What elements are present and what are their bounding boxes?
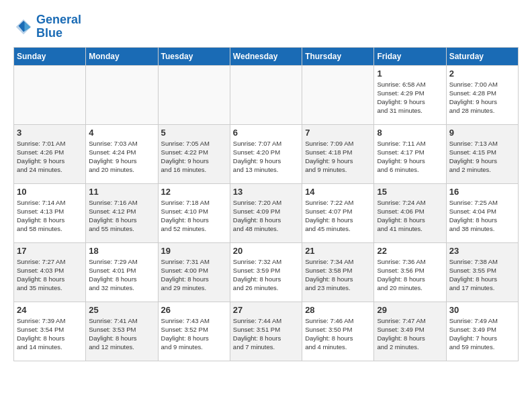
calendar-cell: 30Sunrise: 7:49 AM Sunset: 3:49 PM Dayli…: [446, 302, 518, 361]
day-number: 7: [305, 128, 371, 138]
calendar-cell: 12Sunrise: 7:18 AM Sunset: 4:10 PM Dayli…: [158, 183, 230, 242]
day-number: 1: [377, 68, 443, 79]
day-number: 14: [305, 187, 371, 197]
calendar-cell: 9Sunrise: 7:13 AM Sunset: 4:15 PM Daylig…: [446, 124, 518, 183]
day-number: 5: [161, 128, 227, 138]
calendar-cell: 24Sunrise: 7:39 AM Sunset: 3:54 PM Dayli…: [14, 302, 86, 361]
cell-info: Sunrise: 7:14 AM Sunset: 4:13 PM Dayligh…: [17, 198, 83, 234]
calendar-week-row: 10Sunrise: 7:14 AM Sunset: 4:13 PM Dayli…: [14, 183, 519, 242]
calendar-cell: 18Sunrise: 7:29 AM Sunset: 4:01 PM Dayli…: [86, 242, 158, 302]
day-number: 9: [449, 128, 515, 138]
day-number: 26: [161, 305, 227, 315]
calendar-cell: 1Sunrise: 6:58 AM Sunset: 4:29 PM Daylig…: [374, 65, 446, 124]
cell-info: Sunrise: 7:00 AM Sunset: 4:28 PM Dayligh…: [449, 80, 515, 116]
cell-info: Sunrise: 7:22 AM Sunset: 4:07 PM Dayligh…: [305, 198, 371, 234]
calendar-cell: [230, 65, 302, 124]
calendar-week-row: 17Sunrise: 7:27 AM Sunset: 4:03 PM Dayli…: [14, 242, 519, 302]
cell-info: Sunrise: 7:47 AM Sunset: 3:49 PM Dayligh…: [377, 316, 443, 352]
calendar-cell: [14, 65, 86, 124]
cell-info: Sunrise: 7:36 AM Sunset: 3:56 PM Dayligh…: [377, 257, 443, 293]
col-header-tuesday: Tuesday: [158, 47, 230, 65]
cell-info: Sunrise: 7:31 AM Sunset: 4:00 PM Dayligh…: [161, 257, 227, 293]
day-number: 30: [449, 305, 515, 315]
calendar-cell: 15Sunrise: 7:24 AM Sunset: 4:06 PM Dayli…: [374, 183, 446, 242]
calendar-table: SundayMondayTuesdayWednesdayThursdayFrid…: [13, 47, 519, 361]
day-number: 3: [17, 128, 83, 138]
cell-info: Sunrise: 7:43 AM Sunset: 3:52 PM Dayligh…: [161, 316, 227, 352]
logo-icon: [13, 17, 34, 37]
calendar-header-row: SundayMondayTuesdayWednesdayThursdayFrid…: [14, 47, 519, 65]
col-header-thursday: Thursday: [302, 47, 374, 65]
cell-info: Sunrise: 7:25 AM Sunset: 4:04 PM Dayligh…: [449, 198, 515, 234]
col-header-saturday: Saturday: [446, 47, 518, 65]
day-number: 18: [89, 246, 154, 256]
cell-info: Sunrise: 7:18 AM Sunset: 4:10 PM Dayligh…: [161, 198, 227, 234]
calendar-cell: [86, 65, 158, 124]
calendar-cell: 22Sunrise: 7:36 AM Sunset: 3:56 PM Dayli…: [374, 242, 446, 302]
calendar-cell: 8Sunrise: 7:11 AM Sunset: 4:17 PM Daylig…: [374, 124, 446, 183]
cell-info: Sunrise: 7:11 AM Sunset: 4:17 PM Dayligh…: [377, 139, 443, 175]
day-number: 19: [161, 246, 227, 256]
calendar-cell: 25Sunrise: 7:41 AM Sunset: 3:53 PM Dayli…: [86, 302, 158, 361]
day-number: 2: [449, 68, 515, 79]
col-header-friday: Friday: [374, 47, 446, 65]
day-number: 29: [377, 305, 443, 315]
calendar-cell: 16Sunrise: 7:25 AM Sunset: 4:04 PM Dayli…: [446, 183, 518, 242]
day-number: 16: [449, 187, 515, 197]
calendar-cell: 14Sunrise: 7:22 AM Sunset: 4:07 PM Dayli…: [302, 183, 374, 242]
cell-info: Sunrise: 7:46 AM Sunset: 3:50 PM Dayligh…: [305, 316, 371, 352]
cell-info: Sunrise: 6:58 AM Sunset: 4:29 PM Dayligh…: [377, 80, 443, 116]
day-number: 23: [449, 246, 515, 256]
calendar-cell: 5Sunrise: 7:05 AM Sunset: 4:22 PM Daylig…: [158, 124, 230, 183]
day-number: 10: [17, 187, 83, 197]
page-header: General Blue: [13, 13, 519, 40]
calendar-cell: 4Sunrise: 7:03 AM Sunset: 4:24 PM Daylig…: [86, 124, 158, 183]
calendar-cell: 3Sunrise: 7:01 AM Sunset: 4:26 PM Daylig…: [14, 124, 86, 183]
cell-info: Sunrise: 7:27 AM Sunset: 4:03 PM Dayligh…: [17, 257, 83, 293]
cell-info: Sunrise: 7:03 AM Sunset: 4:24 PM Dayligh…: [89, 139, 154, 175]
calendar-cell: 26Sunrise: 7:43 AM Sunset: 3:52 PM Dayli…: [158, 302, 230, 361]
calendar-cell: 21Sunrise: 7:34 AM Sunset: 3:58 PM Dayli…: [302, 242, 374, 302]
col-header-sunday: Sunday: [14, 47, 86, 65]
cell-info: Sunrise: 7:34 AM Sunset: 3:58 PM Dayligh…: [305, 257, 371, 293]
calendar-cell: 23Sunrise: 7:38 AM Sunset: 3:55 PM Dayli…: [446, 242, 518, 302]
day-number: 27: [233, 305, 299, 315]
cell-info: Sunrise: 7:49 AM Sunset: 3:49 PM Dayligh…: [449, 316, 515, 352]
day-number: 20: [233, 246, 299, 256]
cell-info: Sunrise: 7:16 AM Sunset: 4:12 PM Dayligh…: [89, 198, 154, 234]
calendar-cell: 27Sunrise: 7:44 AM Sunset: 3:51 PM Dayli…: [230, 302, 302, 361]
calendar-week-row: 1Sunrise: 6:58 AM Sunset: 4:29 PM Daylig…: [14, 65, 519, 124]
day-number: 8: [377, 128, 443, 138]
day-number: 6: [233, 128, 299, 138]
cell-info: Sunrise: 7:20 AM Sunset: 4:09 PM Dayligh…: [233, 198, 299, 234]
cell-info: Sunrise: 7:24 AM Sunset: 4:06 PM Dayligh…: [377, 198, 443, 234]
cell-info: Sunrise: 7:41 AM Sunset: 3:53 PM Dayligh…: [89, 316, 154, 352]
day-number: 12: [161, 187, 227, 197]
cell-info: Sunrise: 7:07 AM Sunset: 4:20 PM Dayligh…: [233, 139, 299, 175]
cell-info: Sunrise: 7:29 AM Sunset: 4:01 PM Dayligh…: [89, 257, 154, 293]
cell-info: Sunrise: 7:01 AM Sunset: 4:26 PM Dayligh…: [17, 139, 83, 175]
calendar-cell: 28Sunrise: 7:46 AM Sunset: 3:50 PM Dayli…: [302, 302, 374, 361]
calendar-cell: 17Sunrise: 7:27 AM Sunset: 4:03 PM Dayli…: [14, 242, 86, 302]
calendar-cell: 7Sunrise: 7:09 AM Sunset: 4:18 PM Daylig…: [302, 124, 374, 183]
calendar-cell: [158, 65, 230, 124]
calendar-week-row: 24Sunrise: 7:39 AM Sunset: 3:54 PM Dayli…: [14, 302, 519, 361]
logo-text-line2: Blue: [36, 27, 81, 40]
day-number: 13: [233, 187, 299, 197]
calendar-cell: 29Sunrise: 7:47 AM Sunset: 3:49 PM Dayli…: [374, 302, 446, 361]
calendar-cell: 6Sunrise: 7:07 AM Sunset: 4:20 PM Daylig…: [230, 124, 302, 183]
cell-info: Sunrise: 7:38 AM Sunset: 3:55 PM Dayligh…: [449, 257, 515, 293]
calendar-cell: 11Sunrise: 7:16 AM Sunset: 4:12 PM Dayli…: [86, 183, 158, 242]
day-number: 17: [17, 246, 83, 256]
col-header-wednesday: Wednesday: [230, 47, 302, 65]
logo-text-line1: General: [36, 13, 81, 27]
cell-info: Sunrise: 7:32 AM Sunset: 3:59 PM Dayligh…: [233, 257, 299, 293]
calendar-cell: 2Sunrise: 7:00 AM Sunset: 4:28 PM Daylig…: [446, 65, 518, 124]
cell-info: Sunrise: 7:39 AM Sunset: 3:54 PM Dayligh…: [17, 316, 83, 352]
calendar-week-row: 3Sunrise: 7:01 AM Sunset: 4:26 PM Daylig…: [14, 124, 519, 183]
cell-info: Sunrise: 7:09 AM Sunset: 4:18 PM Dayligh…: [305, 139, 371, 175]
calendar-cell: 13Sunrise: 7:20 AM Sunset: 4:09 PM Dayli…: [230, 183, 302, 242]
day-number: 24: [17, 305, 83, 315]
day-number: 4: [89, 128, 154, 138]
day-number: 25: [89, 305, 154, 315]
